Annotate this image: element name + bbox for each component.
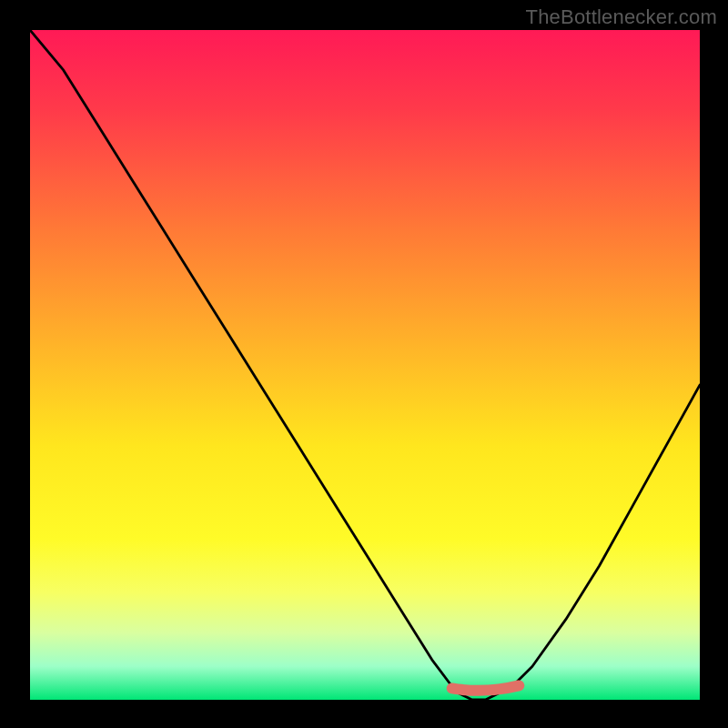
chart-svg (30, 30, 700, 700)
watermark: TheBottlenecker.com (526, 5, 717, 29)
chart-frame: TheBottlenecker.com (0, 0, 728, 728)
svg-rect-0 (30, 30, 700, 700)
plot-area (30, 30, 700, 700)
